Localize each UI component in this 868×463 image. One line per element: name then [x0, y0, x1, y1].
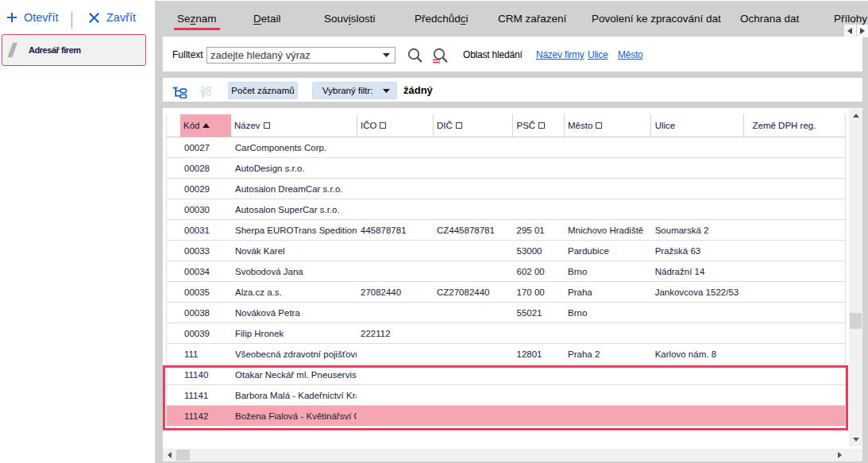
selection-highlight-border	[163, 365, 848, 430]
scroll-up-button[interactable]	[849, 109, 862, 122]
vertical-scrollbar[interactable]	[849, 109, 862, 446]
search-area-label: Oblast hledání	[463, 49, 523, 60]
tab-label: Přílohy	[834, 13, 867, 25]
cell: Soumarská 2	[650, 220, 743, 240]
tree-view-button[interactable]	[173, 83, 189, 98]
tab-p-edch-dci[interactable]: Předchůdci	[415, 1, 469, 37]
search-button[interactable]	[405, 46, 426, 67]
record-count-button[interactable]: Počet záznamů	[228, 82, 298, 99]
tab-crm-za-azen-[interactable]: CRM zařazení	[498, 1, 566, 37]
search-area-link-n-zev-firmy[interactable]: Název firmy	[536, 49, 584, 60]
cell: Brno	[564, 303, 650, 322]
table-row-00038[interactable]: 00038Nováková Petra55021Brno	[167, 303, 845, 323]
column-header-label: DIČ	[437, 121, 453, 130]
column-filter-box[interactable]	[596, 122, 602, 129]
module-icon	[7, 42, 18, 58]
tab-ochrana-dat[interactable]: Ochrana dat	[740, 1, 799, 37]
cell: Všeobecná zdravotní pojišťovna	[231, 344, 357, 364]
tree-view-icon	[173, 83, 189, 98]
toolbar-divider	[71, 12, 72, 29]
tab-souvislosti[interactable]: Souvislosti	[324, 1, 376, 37]
scroll-right-button[interactable]	[833, 449, 847, 461]
cell: Nádražní 14	[650, 261, 743, 281]
fulltext-input[interactable]: zadejte hledaný výraz	[206, 47, 395, 64]
column-header-label: Země DPH reg.	[753, 121, 816, 130]
cell: 00035	[180, 282, 231, 302]
column-header-di-[interactable]: DIČ	[433, 114, 512, 137]
record-count-label: Počet záznamů	[231, 86, 294, 95]
cell: 00027	[180, 137, 231, 157]
column-header-label: Město	[568, 121, 592, 130]
cell: 00034	[180, 261, 231, 281]
close-button[interactable]: Zavřít	[89, 6, 136, 29]
tab-detail[interactable]: Detail	[253, 1, 281, 37]
cell: Praha 2	[564, 344, 650, 364]
selected-filter-dropdown[interactable]: Vybraný filtr:	[312, 82, 397, 99]
tab-scroll-right-button[interactable]	[857, 25, 868, 37]
column-header-m-sto[interactable]: Město	[564, 114, 650, 137]
scroll-left-button[interactable]	[163, 449, 176, 461]
fulltext-search-button[interactable]	[430, 46, 450, 67]
column-header-k-d[interactable]: Kód	[180, 114, 231, 137]
open-button[interactable]: Otevřít	[7, 6, 59, 29]
column-header-i-o[interactable]: IČO	[357, 114, 433, 137]
table-row-00031[interactable]: 00031Sherpa EUROTrans Spedition445878781…	[167, 220, 845, 241]
tab-mnemonic: z	[191, 13, 196, 25]
search-area-link-ulice[interactable]: Ulice	[588, 49, 608, 60]
filter-tree-icon	[195, 83, 211, 98]
table-row-111[interactable]: 111Všeobecná zdravotní pojišťovna12801Pr…	[167, 344, 845, 365]
column-filter-box[interactable]	[264, 122, 270, 129]
close-icon	[89, 13, 99, 23]
cell: 445878781	[357, 220, 433, 240]
tab-seznam[interactable]: Seznam	[177, 1, 217, 37]
cell: 00031	[180, 220, 231, 240]
table-row-00034[interactable]: 00034Svobodová Jana602 00BrnoNádražní 14	[167, 261, 845, 282]
vertical-scrollbar-thumb[interactable]	[850, 313, 862, 329]
table-row-00030[interactable]: 00030Autosalon SuperCar s.r.o.	[167, 199, 845, 220]
column-header-zem-dph-reg-[interactable]: Země DPH reg.	[743, 114, 846, 137]
cell: Pardubice	[564, 241, 650, 260]
column-filter-box[interactable]	[380, 122, 386, 129]
table-row-00033[interactable]: 00033Novák Karel53000PardubicePražská 63	[167, 241, 845, 261]
cell: 00029	[180, 179, 231, 199]
cell: Autosalon DreamCar s.r.o.	[231, 179, 357, 199]
cell: 00028	[180, 158, 231, 178]
horizontal-scrollbar-thumb[interactable]	[176, 449, 190, 461]
module-tab-adresar-firem[interactable]: Adresář firem	[2, 34, 146, 66]
column-header-ulice[interactable]: Ulice	[650, 114, 743, 137]
cell: Autosalon SuperCar s.r.o.	[231, 199, 357, 219]
column-header-label: Ulice	[655, 121, 676, 130]
sort-ascending-icon	[203, 123, 210, 128]
filter-dropdown-icon	[383, 89, 390, 93]
tab-label: Seznam	[177, 13, 217, 25]
cell: Karlovo nám. 8	[650, 344, 743, 364]
table-row-00035[interactable]: 00035Alza.cz a.s.27082440CZ27082440170 0…	[167, 282, 845, 303]
column-filter-box[interactable]	[538, 122, 545, 129]
search-area-link-m-sto[interactable]: Město	[618, 49, 642, 60]
table-row-00027[interactable]: 00027CarComponents Corp.	[167, 137, 845, 158]
cell: CarComponents Corp.	[231, 137, 357, 157]
horizontal-scrollbar[interactable]	[163, 449, 862, 461]
tab-scroll-left-button[interactable]	[844, 25, 856, 37]
column-header-ps-[interactable]: PSČ	[512, 114, 565, 137]
tab-label: Předchůdci	[415, 13, 469, 25]
tab-scroll-buttons	[844, 25, 868, 37]
selected-filter-value: žádný	[403, 78, 433, 102]
scroll-down-button[interactable]	[849, 433, 862, 446]
close-button-label: Zavřít	[106, 11, 136, 24]
tab-scroll-right-icon	[860, 28, 865, 34]
table-row-00028[interactable]: 00028AutoDesign s.r.o.	[167, 158, 845, 179]
cell: 170 00	[512, 282, 565, 302]
table-row-00029[interactable]: 00029Autosalon DreamCar s.r.o.	[167, 179, 845, 199]
filter-tree-button-disabled[interactable]	[195, 83, 211, 98]
input-dropdown-icon[interactable]	[383, 53, 390, 57]
column-filter-box[interactable]	[456, 122, 462, 129]
module-label: Adresář firem	[29, 45, 81, 55]
fulltext-placeholder: zadejte hledaný výraz	[210, 49, 383, 61]
tab-label: Ochrana dat	[740, 13, 799, 25]
table-row-00039[interactable]: 00039Filip Hronek222112	[167, 323, 845, 344]
cell: Brno	[564, 261, 650, 281]
selected-filter-label: Vybraný filtr:	[322, 86, 372, 95]
tab-povolen-ke-zpracov-n-dat[interactable]: Povolení ke zpracování dat	[592, 1, 721, 37]
column-header-n-zev[interactable]: Název	[231, 114, 357, 137]
